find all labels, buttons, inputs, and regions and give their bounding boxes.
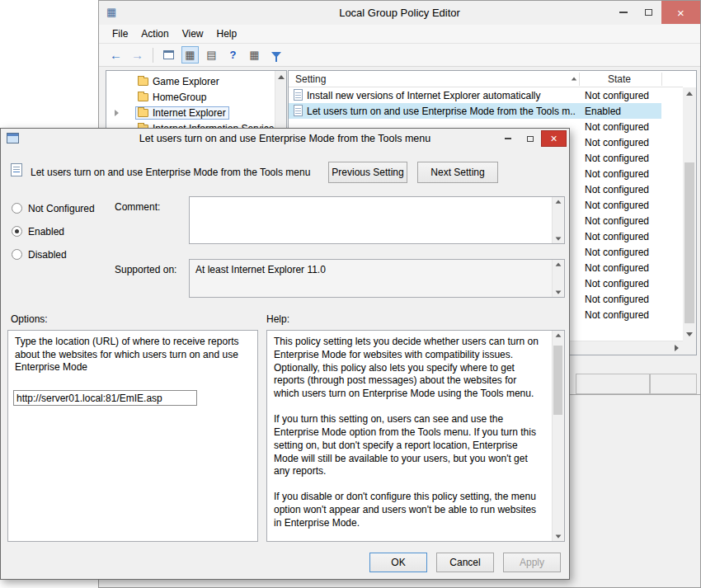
close-button[interactable]: × [541, 130, 567, 147]
comment-scrollbar [552, 197, 564, 243]
maximize-icon [527, 136, 534, 142]
maximize-button[interactable] [519, 130, 541, 147]
window-controls: × [610, 1, 700, 24]
options-panel: Type the location (URL) of where to rece… [7, 330, 258, 542]
tree-panes-icon: ▦ [185, 49, 195, 60]
options-label: Options: [11, 313, 48, 325]
supported-scrollbar [552, 260, 564, 297]
sort-ascending-icon [572, 78, 576, 81]
folder-icon [138, 78, 148, 86]
tree-item-label: HomeGroup [153, 92, 206, 103]
radio-icon [12, 226, 22, 237]
forward-icon: → [131, 49, 143, 61]
previous-setting-button[interactable]: Previous Setting [328, 162, 407, 183]
scroll-up-icon[interactable] [275, 71, 287, 83]
dialog-controls: × [496, 130, 567, 147]
setting-state: Enabled [585, 106, 621, 117]
setting-state: Not configured [585, 137, 649, 148]
radio-enabled[interactable]: Enabled [12, 225, 64, 238]
setting-state: Not configured [585, 90, 649, 101]
menu-file[interactable]: File [106, 26, 134, 42]
window-icon [163, 50, 174, 59]
forward-button[interactable]: → [129, 46, 146, 64]
column-setting[interactable]: Setting [295, 73, 326, 85]
setting-row-selected[interactable]: Let users turn on and use Enterprise Mod… [289, 103, 661, 119]
expand-icon[interactable] [115, 110, 119, 116]
scroll-down-icon[interactable] [556, 534, 562, 538]
close-icon: × [550, 133, 557, 144]
minimize-button[interactable] [496, 130, 519, 147]
setting-name: Install new versions of Internet Explore… [307, 90, 576, 101]
vertical-scrollbar[interactable] [683, 87, 696, 341]
setting-state: Not configured [585, 231, 649, 242]
tree-item-label: Internet Explorer [153, 107, 226, 119]
apply-button[interactable]: Apply [503, 553, 561, 572]
setting-name: Let users turn on and use Enterprise Mod… [307, 106, 576, 117]
comment-label: Comment: [115, 201, 160, 213]
setting-state: Not configured [585, 153, 649, 164]
scroll-up-icon[interactable] [556, 333, 562, 336]
toolbar: ← → ▦ ▤ ? ▦ [99, 44, 700, 67]
setting-state: Not configured [585, 262, 649, 274]
help-paragraph: This policy setting lets you decide whet… [274, 336, 544, 401]
gpedit-titlebar: ▦ Local Group Policy Editor × [99, 1, 700, 25]
help-button[interactable]: ? [224, 46, 242, 64]
status-fragment [576, 374, 650, 394]
show-console-tree-button[interactable]: ▦ [181, 46, 199, 64]
minimize-icon [505, 138, 511, 139]
scrollbar-thumb[interactable] [685, 162, 694, 323]
setting-state: Not configured [585, 247, 649, 258]
dialog-title: Let users turn on and use Enterprise Mod… [1, 133, 569, 144]
policy-doc-icon [294, 89, 303, 101]
help-icon: ? [230, 49, 237, 60]
back-button[interactable]: ← [107, 46, 125, 64]
radio-disabled[interactable]: Disabled [12, 248, 67, 261]
comment-textarea[interactable] [189, 196, 565, 244]
scrollbar-thumb[interactable] [553, 346, 562, 415]
scroll-up-icon [556, 200, 562, 203]
help-label: Help: [266, 313, 289, 325]
tree-item-homegroup[interactable]: HomeGroup [106, 89, 286, 105]
radio-not-configured[interactable]: Not Configured [12, 202, 95, 214]
policy-doc-icon [11, 163, 22, 176]
scroll-down-icon[interactable] [683, 328, 696, 341]
setting-state: Not configured [585, 294, 649, 305]
supported-on-box: At least Internet Explorer 11.0 [189, 259, 565, 298]
radio-icon [12, 203, 22, 214]
next-setting-button[interactable]: Next Setting [417, 162, 498, 183]
scrollbar-corner [683, 341, 696, 355]
setting-state: Not configured [585, 184, 649, 195]
help-paragraph: If you turn this setting on, users can s… [274, 413, 544, 478]
back-icon: ← [110, 49, 122, 61]
standard-view-button[interactable]: ▦ [246, 46, 263, 64]
maximize-button[interactable] [636, 1, 661, 24]
supported-on-label: Supported on: [115, 264, 176, 275]
column-state[interactable]: State [608, 73, 631, 85]
export-list-button[interactable]: ▤ [203, 46, 220, 64]
setting-row[interactable]: Install new versions of Internet Explore… [289, 87, 661, 103]
close-button[interactable]: × [661, 1, 700, 24]
cancel-button[interactable]: Cancel [436, 553, 494, 572]
menu-help[interactable]: Help [210, 26, 244, 42]
column-divider[interactable] [661, 73, 662, 86]
column-divider[interactable] [579, 73, 580, 86]
ok-button[interactable]: OK [369, 553, 427, 572]
report-url-input[interactable] [13, 390, 197, 406]
menu-view[interactable]: View [176, 26, 210, 42]
menu-action[interactable]: Action [134, 26, 175, 42]
minimize-button[interactable] [610, 1, 636, 24]
scroll-right-icon[interactable] [670, 341, 683, 355]
tree-item-game-explorer[interactable]: Game Explorer [106, 73, 286, 89]
scroll-up-icon[interactable] [683, 87, 696, 100]
minimize-icon [619, 12, 628, 13]
help-paragraph: If you disable or don't configure this p… [274, 491, 544, 529]
filter-button[interactable] [267, 46, 285, 64]
help-text: This policy setting lets you decide whet… [274, 336, 544, 543]
console-window-button[interactable] [160, 46, 177, 64]
dialog-titlebar: Let users turn on and use Enterprise Mod… [1, 129, 569, 149]
policy-doc-icon [294, 105, 303, 116]
scroll-down-icon [556, 290, 562, 294]
policy-dialog: Let users turn on and use Enterprise Mod… [0, 128, 570, 580]
tree-item-internet-explorer[interactable]: Internet Explorer [106, 105, 286, 120]
setting-state: Not configured [585, 168, 649, 180]
